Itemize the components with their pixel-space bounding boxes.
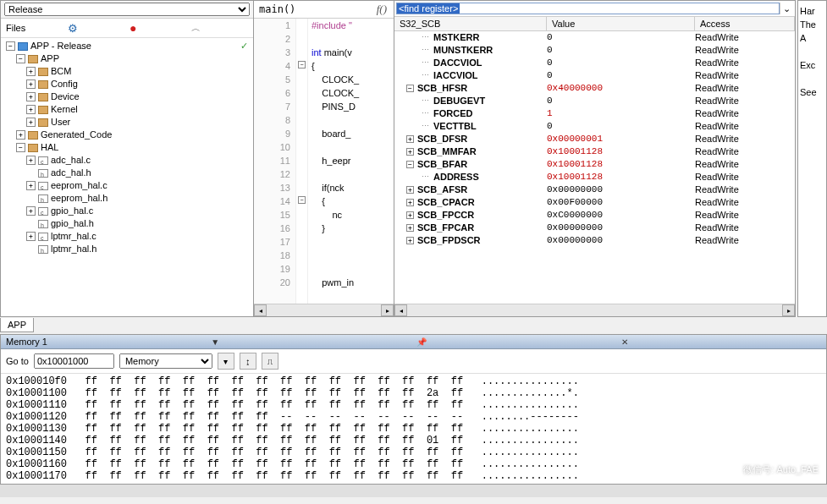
fold-icon[interactable]: − [298,196,306,204]
col-value[interactable]: Value [547,17,695,30]
tree-item[interactable]: +eeprom_hal.c [6,179,253,192]
pin-icon[interactable]: 📌 [416,337,616,347]
expand-icon[interactable]: + [26,156,36,165]
release-select[interactable]: Release [4,3,250,16]
expand-icon[interactable]: + [406,199,414,206]
register-row[interactable]: ⋯MSTKERR0ReadWrite [394,31,795,44]
register-row[interactable]: +SCB_FPCAR0x00000000ReadWrite [394,222,795,234]
toolbar-btn-3[interactable]: ⎍ [262,353,278,370]
expand-icon[interactable]: − [406,161,414,168]
col-name[interactable]: S32_SCB [394,17,547,30]
tree-item[interactable]: +adc_hal.c [6,154,253,167]
register-hscroll[interactable]: ◂ ▸ [394,304,795,316]
find-register-bar[interactable]: <find register> ⌄ [394,1,795,17]
fld-icon [38,106,48,114]
find-register-input[interactable]: <find register> [396,3,780,14]
expand-icon[interactable]: + [16,130,25,140]
expand-icon[interactable]: + [26,206,36,216]
tree-item[interactable]: +Config [6,78,253,90]
tree-item[interactable]: +BCM [6,65,253,78]
expand-icon[interactable]: − [6,41,15,51]
memory-title-bar[interactable]: Memory 1 ▼ 📌 ✕ [1,335,826,349]
tree-item[interactable]: +gpio_hal.c [6,205,253,217]
tree-item[interactable]: +User [6,116,253,129]
tree-item[interactable]: −HAL [6,141,253,154]
register-row[interactable]: +SCB_CPACR0x00F00000ReadWrite [394,196,795,209]
memory-mode-select[interactable]: Memory [119,353,212,369]
expand-icon[interactable]: − [406,85,414,92]
expand-icon[interactable]: + [26,118,36,127]
register-row[interactable]: −SCB_BFAR0x10001128ReadWrite [394,158,795,171]
expand-icon[interactable]: + [406,211,414,219]
memory-title: Memory 1 [6,337,206,347]
col-access[interactable]: Access [695,17,795,30]
expand-icon[interactable]: + [406,186,414,194]
register-row[interactable]: +SCB_MMFAR0x10001128ReadWrite [394,145,795,158]
expand-icon[interactable]: + [406,224,414,232]
fld-icon [28,55,38,63]
scroll-left-icon[interactable]: ◂ [394,304,407,316]
register-row[interactable]: +SCB_DFSR0x00000001ReadWrite [394,133,795,145]
scroll-right-icon[interactable]: ▸ [381,304,394,316]
register-row[interactable]: ⋯VECTTBL0ReadWrite [394,120,795,133]
expand-icon[interactable]: − [16,54,25,63]
register-row[interactable]: ⋯DACCVIOL0ReadWrite [394,57,795,69]
expand-icon[interactable]: + [406,135,414,143]
register-row[interactable]: ⋯MUNSTKERR0ReadWrite [394,44,795,57]
expand-icon[interactable]: + [26,67,36,76]
tree-item[interactable]: −APP [6,52,253,65]
h-icon [38,220,48,228]
gear-icon[interactable]: ⚙ [68,22,124,35]
fold-icon[interactable]: − [298,61,306,68]
code-lines[interactable]: #include " int main(v { CLOCK_ CLOCK_ PI… [308,19,394,304]
fld-icon [38,68,48,76]
address-input[interactable] [34,353,114,369]
release-dropdown[interactable]: Release [1,1,253,19]
register-rows[interactable]: ⋯MSTKERR0ReadWrite⋯MUNSTKERR0ReadWrite⋯D… [394,31,795,304]
function-icon[interactable]: f() [372,3,392,16]
register-row[interactable]: ⋯DEBUGEVT0ReadWrite [394,95,795,107]
memory-body[interactable]: 0x100010f0 ff ff ff ff ff ff ff ff ff ff… [1,374,826,484]
tree-item[interactable]: lptmr_hal.h [6,243,253,255]
h-icon [38,194,48,203]
register-row[interactable]: ⋯FORCED1ReadWrite [394,107,795,120]
expand-icon[interactable]: + [406,148,414,156]
tree-item[interactable]: adc_hal.h [6,167,253,179]
record-icon[interactable]: ● [130,21,186,35]
expand-icon[interactable]: + [26,181,36,190]
expand-icon[interactable]: + [26,79,36,89]
close-icon[interactable]: ✕ [621,337,821,347]
fold-column[interactable]: −− [296,19,308,304]
expand-icon[interactable]: − [16,143,25,152]
scroll-left-icon[interactable]: ◂ [254,304,267,316]
tree-item[interactable]: +Kernel [6,103,253,116]
register-row[interactable]: −SCB_HFSR0x40000000ReadWrite [394,82,795,95]
find-dropdown-icon[interactable]: ⌄ [780,3,793,14]
app-tab[interactable]: APP [0,318,34,332]
bottom-scrollbar[interactable] [0,485,827,497]
tree-item[interactable]: eeprom_hal.h [6,192,253,205]
expand-icon[interactable]: + [26,105,36,114]
register-row[interactable]: ⋯ADDRESS0x10001128ReadWrite [394,171,795,184]
register-row[interactable]: +SCB_AFSR0x00000000ReadWrite [394,184,795,196]
toolbar-btn-2[interactable]: ↨ [240,353,256,370]
tree-item[interactable]: +Generated_Code [6,129,253,141]
collapse-icon[interactable]: ︿ [191,22,248,35]
dropdown-icon[interactable]: ▼ [211,337,411,347]
expand-icon[interactable]: + [26,232,36,241]
expand-icon[interactable]: + [26,92,36,101]
toolbar-btn-1[interactable]: ▾ [218,353,234,370]
file-tree[interactable]: −APP - Release✓−APP+BCM+Config+Device+Ke… [1,38,253,316]
tree-item[interactable]: gpio_hal.h [6,217,253,230]
expand-icon[interactable]: + [406,237,414,244]
register-row[interactable]: ⋯IACCVIOL0ReadWrite [394,69,795,82]
register-row[interactable]: +SCB_FPDSCR0x00000000ReadWrite [394,234,795,247]
code-body[interactable]: 1 2 3 4 5 6 7 8 9 10 11 12 13 14 15 16 1… [254,19,394,304]
tree-item[interactable]: +lptmr_hal.c [6,230,253,243]
tree-item[interactable]: −APP - Release✓ [6,40,253,52]
code-header: main() f() [254,1,394,19]
scroll-right-icon[interactable]: ▸ [782,304,795,316]
code-hscroll[interactable]: ◂ ▸ [254,304,394,316]
register-row[interactable]: +SCB_FPCCR0xC0000000ReadWrite [394,209,795,222]
tree-item[interactable]: +Device [6,90,253,103]
